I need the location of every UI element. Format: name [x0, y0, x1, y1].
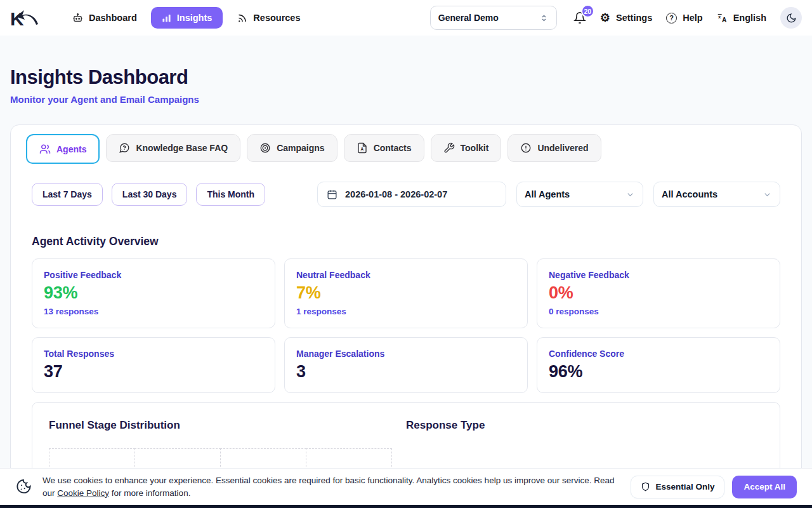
workspace-select-value: General Demo: [438, 13, 499, 23]
accounts-select-value: All Accounts: [662, 189, 717, 199]
stat-card-confidence-score: Confidence Score 96%: [537, 337, 780, 393]
settings-button[interactable]: ⚙ Settings: [600, 12, 652, 23]
stat-cards-grid: Positive Feedback 93% 13 responses Neutr…: [32, 258, 780, 393]
funnel-chart-title: Funnel Stage Distribution: [49, 419, 406, 432]
help-icon: ?: [666, 13, 677, 23]
svg-text:A: A: [722, 17, 727, 23]
nav-insights-label: Insights: [177, 13, 213, 23]
target-icon: [259, 142, 271, 154]
stat-value: 37: [44, 362, 263, 382]
stat-label: Manager Escalations: [296, 349, 516, 359]
chat-question-icon: [119, 142, 130, 154]
stat-label: Positive Feedback: [44, 270, 263, 280]
filters-row: Last 7 Days Last 30 Days This Month 2026…: [32, 182, 780, 207]
stat-sub: 0 responses: [549, 307, 768, 317]
accounts-select[interactable]: All Accounts: [653, 182, 780, 207]
bottom-strip: [0, 505, 812, 508]
stat-label: Total Responses: [44, 349, 263, 359]
help-button[interactable]: ? Help: [666, 13, 702, 23]
gear-icon: ⚙: [600, 12, 610, 23]
rss-icon: [237, 13, 247, 23]
dark-mode-toggle[interactable]: [780, 7, 802, 29]
response-type-title: Response Type: [406, 419, 763, 432]
nav-dashboard[interactable]: Dashboard: [63, 8, 146, 29]
agents-select-value: All Agents: [525, 189, 570, 199]
tab-contacts[interactable]: A Contacts: [344, 134, 424, 162]
tab-knowledge-base-faq-label: Knowledge Base FAQ: [136, 143, 228, 153]
tab-undelivered-label: Undelivered: [537, 143, 588, 153]
nav-insights[interactable]: Insights: [151, 7, 223, 29]
nav-resources[interactable]: Resources: [228, 8, 309, 29]
translate-icon: x A: [717, 13, 728, 23]
chevron-down-icon: [625, 190, 635, 199]
shield-icon: [641, 482, 650, 491]
essential-only-button[interactable]: Essential Only: [631, 476, 724, 498]
top-navigation: K Dashboard Insights Resources General D…: [0, 0, 812, 36]
notification-badge: 20: [581, 4, 594, 18]
stat-label: Negative Feedback: [549, 270, 768, 280]
tab-contacts-label: Contacts: [374, 143, 412, 153]
page-header: Insights Dashboard Monitor your Agent an…: [0, 36, 812, 105]
tab-campaigns-label: Campaigns: [277, 143, 324, 153]
stat-card-negative-feedback: Negative Feedback 0% 0 responses: [537, 258, 780, 328]
tab-undelivered[interactable]: Undelivered: [508, 134, 601, 162]
alert-circle-icon: [520, 142, 532, 154]
section-heading-overview: Agent Activity Overview: [32, 235, 780, 248]
chevrons-up-down-icon: [539, 13, 549, 23]
calendar-icon: [327, 189, 337, 200]
stat-label: Confidence Score: [549, 349, 768, 359]
users-icon: [39, 144, 51, 155]
essential-only-label: Essential Only: [655, 482, 714, 491]
accept-all-button[interactable]: Accept All: [732, 476, 797, 498]
tab-bar: Agents Knowledge Base FAQ Campaigns A Co…: [11, 125, 801, 164]
stat-value: 0%: [549, 283, 768, 303]
date-range-value: 2026-01-08 - 2026-02-07: [345, 189, 447, 199]
stat-value: 96%: [549, 362, 768, 382]
stat-value: 7%: [296, 283, 516, 303]
cookie-actions: Essential Only Accept All: [631, 476, 797, 498]
stat-value: 93%: [44, 283, 263, 303]
svg-text:x: x: [718, 14, 721, 20]
svg-text:A: A: [360, 147, 363, 151]
settings-label: Settings: [616, 13, 652, 23]
agents-select[interactable]: All Agents: [516, 182, 643, 207]
workspace-select[interactable]: General Demo: [430, 6, 557, 30]
tab-knowledge-base-faq[interactable]: Knowledge Base FAQ: [106, 134, 240, 162]
nav-dashboard-label: Dashboard: [89, 13, 137, 23]
range-last-7-days[interactable]: Last 7 Days: [32, 183, 103, 206]
stat-card-total-responses: Total Responses 37: [32, 337, 275, 393]
stat-card-manager-escalations: Manager Escalations 3: [284, 337, 528, 393]
tab-toolkit-label: Toolkit: [461, 143, 489, 153]
page-title: Insights Dashboard: [10, 66, 802, 89]
bar-chart-icon: [162, 13, 171, 23]
tab-campaigns[interactable]: Campaigns: [247, 134, 337, 162]
cookie-icon: [15, 478, 32, 495]
cookie-message: We use cookies to enhance your experienc…: [43, 474, 617, 499]
logo-icon: K: [10, 8, 39, 28]
tab-toolkit[interactable]: Toolkit: [431, 134, 502, 162]
stat-sub: 13 responses: [44, 307, 263, 317]
main-panel: Agents Knowledge Base FAQ Campaigns A Co…: [10, 124, 802, 508]
language-button[interactable]: x A English: [717, 13, 766, 23]
cookie-banner: We use cookies to enhance your experienc…: [0, 468, 812, 505]
range-last-30-days[interactable]: Last 30 Days: [112, 183, 188, 206]
range-this-month[interactable]: This Month: [196, 183, 265, 206]
contact-card-icon: A: [357, 142, 368, 154]
robot-icon: [72, 13, 83, 23]
language-label: English: [733, 13, 766, 23]
stat-card-neutral-feedback: Neutral Feedback 7% 1 responses: [284, 258, 528, 328]
nav-resources-label: Resources: [253, 13, 300, 23]
cookie-policy-link[interactable]: Cookie Policy: [57, 488, 109, 498]
page-subtitle: Monitor your Agent and Email Campaigns: [10, 94, 802, 105]
cookie-message-part2: for more information.: [112, 488, 191, 498]
stat-card-positive-feedback: Positive Feedback 93% 13 responses: [32, 258, 275, 328]
app-logo[interactable]: K: [10, 8, 39, 28]
stat-value: 3: [296, 362, 516, 382]
date-range-picker[interactable]: 2026-01-08 - 2026-02-07: [317, 182, 506, 207]
tab-agents-label: Agents: [56, 144, 86, 154]
tab-agents[interactable]: Agents: [26, 134, 100, 164]
help-label: Help: [683, 13, 702, 23]
stat-sub: 1 responses: [296, 307, 516, 317]
notifications-button[interactable]: 20: [573, 11, 586, 24]
stat-label: Neutral Feedback: [296, 270, 516, 280]
